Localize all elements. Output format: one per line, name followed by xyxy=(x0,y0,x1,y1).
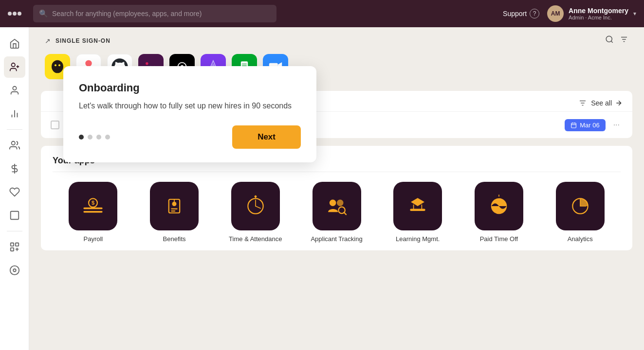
svg-point-15 xyxy=(10,266,18,275)
svg-rect-10 xyxy=(10,243,13,246)
onboarding-title: Onboarding xyxy=(79,82,301,94)
search-placeholder: Search for anything (employees, apps, an… xyxy=(52,10,202,18)
settings-circle-icon xyxy=(9,265,20,276)
task-checkbox[interactable] xyxy=(51,121,59,129)
sidebar-item-settings[interactable] xyxy=(4,260,25,281)
bar-chart-icon xyxy=(9,108,20,119)
svg-rect-38 xyxy=(242,64,247,64)
svg-point-23 xyxy=(55,64,56,66)
svg-point-22 xyxy=(52,60,63,73)
time-label: Time & Attendance xyxy=(229,235,282,243)
sidebar-item-app-store[interactable] xyxy=(4,236,25,258)
support-button[interactable]: Support ? xyxy=(503,9,539,18)
payroll-icon: $ xyxy=(79,192,107,220)
user-menu[interactable]: AM Anne Montgomery Admin · Acme Inc. ▾ xyxy=(547,5,636,22)
sidebar-item-home[interactable] xyxy=(4,33,25,54)
svg-point-7 xyxy=(11,141,15,145)
step-dot-2 xyxy=(88,135,92,140)
support-help-icon: ? xyxy=(530,9,539,18)
svg-point-25 xyxy=(85,60,92,67)
app-item-time[interactable]: Time & Attendance xyxy=(215,182,296,250)
app-item-payroll[interactable]: $ Payroll xyxy=(53,182,134,250)
book-icon xyxy=(9,210,20,221)
user-subtitle: Admin · Acme Inc. xyxy=(569,15,628,20)
pto-icon-box xyxy=(475,182,523,230)
sidebar-item-learning[interactable] xyxy=(4,205,25,226)
svg-rect-52 xyxy=(84,211,103,212)
search-header-button[interactable] xyxy=(605,35,614,46)
apps-divider xyxy=(53,172,621,172)
add-person-icon xyxy=(9,62,20,72)
page-header: ↗ SINGLE SIGN-ON xyxy=(29,27,644,50)
analytics-icon-box xyxy=(556,182,605,230)
svg-rect-58 xyxy=(171,208,177,209)
sidebar-item-people[interactable] xyxy=(4,80,25,101)
user-info-text: Anne Montgomery Admin · Acme Inc. xyxy=(569,7,628,20)
analytics-icon xyxy=(567,192,594,220)
avatar: AM xyxy=(547,5,564,22)
learning-label: Learning Mgmt. xyxy=(396,235,440,243)
svg-text:$: $ xyxy=(92,200,95,206)
benefits-label: Benefits xyxy=(163,235,186,243)
step-dot-1 xyxy=(79,135,84,140)
support-label: Support xyxy=(503,10,527,18)
header-actions xyxy=(605,35,628,46)
payroll-label: Payroll xyxy=(83,235,103,243)
onboarding-card: Onboarding Let's walk through how to ful… xyxy=(63,66,316,162)
svg-point-63 xyxy=(329,200,335,206)
pto-icon xyxy=(485,192,513,220)
search-bar[interactable]: 🔍 Search for anything (employees, apps, … xyxy=(33,5,276,22)
app-item-pto[interactable]: Paid Time Off xyxy=(459,182,540,250)
learning-icon-box xyxy=(393,182,442,230)
onboarding-description: Let's walk through how to fully set up n… xyxy=(79,100,301,112)
search-icon xyxy=(605,35,614,44)
page-title: SINGLE SIGN-ON xyxy=(55,37,110,44)
see-all-label: See all xyxy=(591,99,612,107)
apps-grid-icon xyxy=(9,242,20,252)
filter-header-button[interactable] xyxy=(620,35,628,46)
apps-grid: $ Payroll xyxy=(53,182,621,250)
user-name: Anne Montgomery xyxy=(569,7,628,15)
see-all-link[interactable]: See all xyxy=(591,99,623,107)
logo-dot-2 xyxy=(13,12,17,16)
svg-point-3 xyxy=(13,87,16,90)
heart-icon xyxy=(9,187,20,197)
sidebar-item-benefits[interactable] xyxy=(4,181,25,203)
top-navigation: 🔍 Search for anything (employees, apps, … xyxy=(0,0,644,27)
sidebar xyxy=(0,27,29,350)
sidebar-item-analytics[interactable] xyxy=(4,103,25,124)
svg-point-16 xyxy=(13,269,16,272)
sidebar-item-add-employee[interactable] xyxy=(4,56,25,78)
logo-dot-3 xyxy=(18,12,21,16)
step-dot-4 xyxy=(105,135,110,140)
team-icon xyxy=(9,140,20,151)
arrow-right-icon xyxy=(615,99,623,107)
svg-rect-47 xyxy=(571,123,576,128)
task-more-button[interactable]: ··· xyxy=(610,119,623,131)
nav-right: Support ? AM Anne Montgomery Admin · Acm… xyxy=(503,5,636,22)
app-item-analytics-app[interactable]: Analytics xyxy=(539,182,621,250)
filter-tasks-icon xyxy=(578,99,587,107)
sidebar-item-teams[interactable] xyxy=(4,135,25,156)
app-item-learning[interactable]: Learning Mgmt. xyxy=(377,182,459,250)
next-button[interactable]: Next xyxy=(232,125,301,149)
sidebar-item-payroll[interactable] xyxy=(4,158,25,179)
svg-rect-59 xyxy=(171,210,175,211)
main-content: ↗ SINGLE SIGN-ON xyxy=(29,27,644,350)
benefits-icon-box xyxy=(150,182,199,230)
app-item-benefits[interactable]: Benefits xyxy=(134,182,215,250)
svg-point-56 xyxy=(172,202,177,206)
time-icon-box xyxy=(231,182,280,230)
learning-icon xyxy=(404,192,431,220)
app-item-applicant[interactable]: Applicant Tracking xyxy=(296,182,377,250)
time-icon xyxy=(242,192,269,220)
home-icon xyxy=(9,38,20,49)
svg-point-17 xyxy=(606,36,612,42)
svg-line-62 xyxy=(256,206,260,208)
svg-line-18 xyxy=(611,41,612,42)
applicant-label: Applicant Tracking xyxy=(311,235,362,243)
sso-icon: ↗ xyxy=(45,37,51,45)
chevron-down-icon: ▾ xyxy=(633,10,636,17)
payroll-icon-box: $ xyxy=(69,182,117,230)
onboarding-footer: Next xyxy=(79,125,301,149)
